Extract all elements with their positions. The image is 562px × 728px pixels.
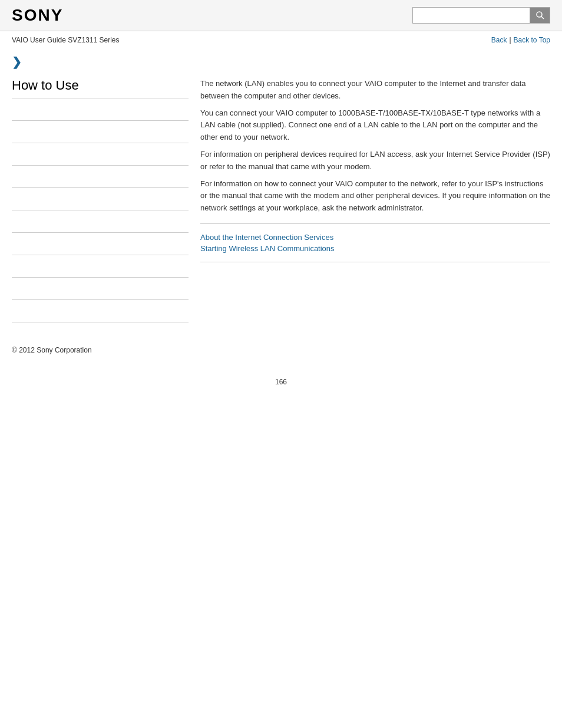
list-item <box>12 300 189 322</box>
list-item <box>12 143 189 166</box>
content-divider-bottom <box>200 262 550 262</box>
content-paragraph-3: For information on peripheral devices re… <box>200 149 550 173</box>
content-divider-top <box>200 223 550 224</box>
list-item <box>12 210 189 233</box>
page-footer: © 2012 Sony Corporation <box>0 334 562 366</box>
list-item <box>12 188 189 210</box>
content-paragraph-4: For information on how to connect your V… <box>200 178 550 215</box>
internet-connection-link[interactable]: About the Internet Connection Services <box>200 233 550 242</box>
list-item <box>12 255 189 278</box>
back-to-top-link[interactable]: Back to Top <box>514 36 550 44</box>
page-number: 166 <box>0 366 562 398</box>
wireless-lan-link[interactable]: Starting Wireless LAN Communications <box>200 244 550 253</box>
guide-title: VAIO User Guide SVZ1311 Series <box>12 36 120 44</box>
list-item <box>12 233 189 255</box>
chevron-icon: ❯ <box>12 55 22 68</box>
list-item <box>12 278 189 300</box>
sidebar-title: How to Use <box>12 78 189 98</box>
svg-line-1 <box>541 17 544 19</box>
list-item <box>12 166 189 188</box>
sidebar-items <box>12 98 189 322</box>
page-header: SONY <box>0 0 562 31</box>
search-bar <box>412 7 550 24</box>
sidebar: How to Use <box>12 78 189 322</box>
sony-logo: SONY <box>12 6 63 25</box>
list-item <box>12 98 189 121</box>
content-paragraph-2: You can connect your VAIO computer to 10… <box>200 107 550 144</box>
copyright-text: © 2012 Sony Corporation <box>12 346 92 354</box>
content-area: The network (LAN) enables you to connect… <box>200 78 550 322</box>
content-links: About the Internet Connection Services S… <box>200 233 550 253</box>
back-link[interactable]: Back <box>491 36 507 44</box>
content-paragraph-1: The network (LAN) enables you to connect… <box>200 78 550 103</box>
svg-point-0 <box>537 12 542 17</box>
nav-separator: | <box>509 36 511 44</box>
search-input[interactable] <box>412 7 530 24</box>
sub-header: VAIO User Guide SVZ1311 Series Back | Ba… <box>0 31 562 49</box>
list-item <box>12 121 189 143</box>
breadcrumb-chevron-area: ❯ <box>0 49 562 72</box>
search-icon <box>535 11 545 20</box>
search-button[interactable] <box>530 7 550 24</box>
nav-links: Back | Back to Top <box>491 36 550 44</box>
main-content: How to Use The network (LAN) enables you… <box>0 72 562 334</box>
